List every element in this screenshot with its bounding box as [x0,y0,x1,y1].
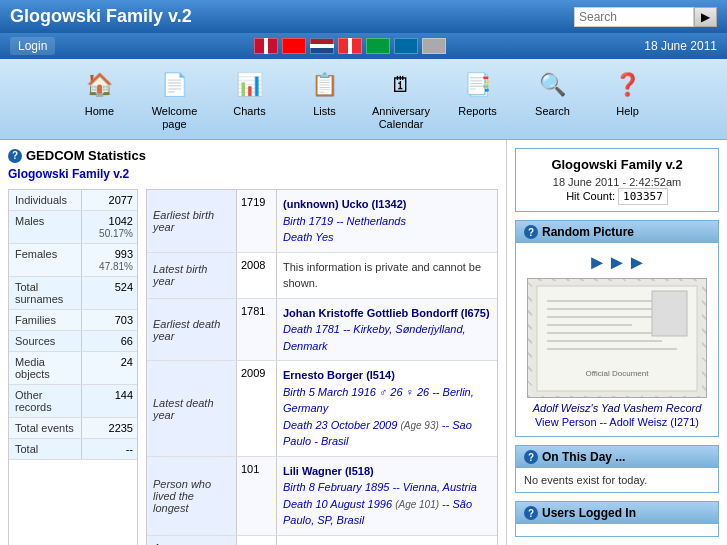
date-display: 18 June 2011 [644,39,717,53]
nav-charts-label: Charts [233,105,265,118]
nav-reports[interactable]: 📑 Reports [450,67,505,131]
charts-icon: 📊 [231,67,267,103]
flag-sweden[interactable] [394,38,418,54]
stat-individuals: Individuals 2077 [9,190,137,211]
stats-help-badge[interactable]: ? [8,149,22,163]
search-input[interactable] [574,7,694,27]
stat-other-label: Other records [9,385,82,417]
nav-charts[interactable]: 📊 Charts [222,67,277,131]
event-average-detail [277,536,497,545]
app-title: Glogowski Family v.2 [10,6,192,27]
flag-netherlands[interactable] [310,38,334,54]
home-icon: 🏠 [81,67,117,103]
nav-help[interactable]: ❓ Help [600,67,655,131]
stat-sources: Sources 66 [9,331,137,352]
flag-other [422,38,446,54]
flag-brazil[interactable] [366,38,390,54]
search-button[interactable]: ▶ [694,7,717,27]
event-latest-birth-detail: This information is private and cannot b… [277,253,497,298]
event-earliest-birth-year: 1719 [237,190,277,252]
anniversary-icon: 🗓 [383,67,419,103]
random-picture-caption[interactable]: Adolf Weisz's Yad Vashem Record [524,402,710,414]
stat-other-value: 144 [82,385,137,417]
events-table: Earliest birth year 1719 (unknown) Ucko … [146,189,498,545]
login-link[interactable]: Login [10,37,55,55]
stat-media-value: 24 [82,352,137,384]
event-average-year [237,536,277,545]
random-picture-box: ? Random Picture ►►► [515,220,719,437]
random-picture-header: ? Random Picture [516,221,718,243]
family-datetime: 18 June 2011 - 2:42:52am [524,176,710,188]
help-icon: ❓ [610,67,646,103]
event-latest-death: Latest death year 2009 Ernesto Borger (I… [147,361,497,457]
random-pic-help-badge[interactable]: ? [524,225,538,239]
event-earliest-death-year: 1781 [237,299,277,361]
stat-sources-label: Sources [9,331,82,351]
pic-placeholder: Official Document [528,279,706,397]
event-earliest-birth: Earliest birth year 1719 (unknown) Ucko … [147,190,497,253]
random-pic-prev[interactable]: ►►► [587,251,646,274]
search-nav-icon: 🔍 [535,67,571,103]
event-latest-birth: Latest birth year 2008 This information … [147,253,497,299]
stats-title: GEDCOM Statistics [26,148,146,163]
stat-families-value: 703 [82,310,137,330]
event-longest-lived: Person who lived the longest 101 Lili Wa… [147,457,497,536]
event-earliest-death: Earliest death year 1781 Johan Kristoffe… [147,299,497,362]
stat-males-label: Males [9,211,82,243]
users-logged-in-box: ? Users Logged In [515,501,719,537]
nav-welcome[interactable]: 📄 Welcomepage [147,67,202,131]
stat-surnames: Total surnames 524 [9,277,137,310]
stat-surnames-label: Total surnames [9,277,82,309]
onthisday-header: ? On This Day ... [516,446,718,468]
family-title: Glogowski Family v.2 [524,157,710,172]
nav-search[interactable]: 🔍 Search [525,67,580,131]
nav-lists[interactable]: 📋 Lists [297,67,352,131]
left-panel: ? GEDCOM Statistics Glogowski Family v.2… [0,140,507,545]
event-earliest-birth-label: Earliest birth year [147,190,237,252]
stat-events-label: Total events [9,418,82,438]
stat-individuals-value: 2077 [82,190,137,210]
event-latest-birth-label: Latest birth year [147,253,237,298]
stat-females-label: Females [9,244,82,276]
stat-total-value: -- [82,439,137,459]
nav-welcome-label: Welcomepage [152,105,198,131]
stats-header: ? GEDCOM Statistics [8,148,498,163]
flag-denmark[interactable] [254,38,278,54]
users-logged-in-header: ? Users Logged In [516,502,718,524]
flag-canada[interactable] [282,38,306,54]
event-earliest-death-label: Earliest death year [147,299,237,361]
stat-families: Families 703 [9,310,137,331]
random-picture-title: Random Picture [542,225,634,239]
flag-norway[interactable] [338,38,362,54]
stat-males: Males 104250.17% [9,211,137,244]
random-picture-link[interactable]: View Person -- Adolf Weisz (I271) [524,416,710,428]
event-average: Average [147,536,497,545]
random-picture-content: ►►► [516,243,718,436]
nav-lists-label: Lists [313,105,336,118]
event-longest-lived-age: 101 [237,457,277,535]
flag-icons [254,38,446,54]
svg-text:Official Document: Official Document [586,369,650,378]
nav-anniversary[interactable]: 🗓 AnniversaryCalendar [372,67,430,131]
onthisday-help-badge[interactable]: ? [524,450,538,464]
stat-males-value: 104250.17% [82,211,137,243]
random-picture-image[interactable]: Official Document [527,278,707,398]
hit-count-label: Hit Count: [566,190,615,202]
event-latest-death-detail: Ernesto Borger (I514) Birth 5 March 1916… [277,361,497,456]
stat-total: Total -- [9,439,137,460]
nav-home[interactable]: 🏠 Home [72,67,127,131]
stat-media-label: Media objects [9,352,82,384]
random-pic-arrows: ►►► [524,251,710,274]
header: Glogowski Family v.2 ▶ [0,0,727,33]
stats-content: Individuals 2077 Males 104250.17% Female… [8,189,498,545]
users-logged-in-title: Users Logged In [542,506,636,520]
users-help-badge[interactable]: ? [524,506,538,520]
nav-help-label: Help [616,105,639,118]
stat-females-value: 99347.81% [82,244,137,276]
flag-bar: Login 18 June 2011 [0,33,727,59]
stat-other: Other records 144 [9,385,137,418]
stats-subtitle[interactable]: Glogowski Family v.2 [8,167,498,181]
stat-females: Females 99347.81% [9,244,137,277]
svg-rect-9 [652,291,687,336]
stat-events: Total events 2235 [9,418,137,439]
